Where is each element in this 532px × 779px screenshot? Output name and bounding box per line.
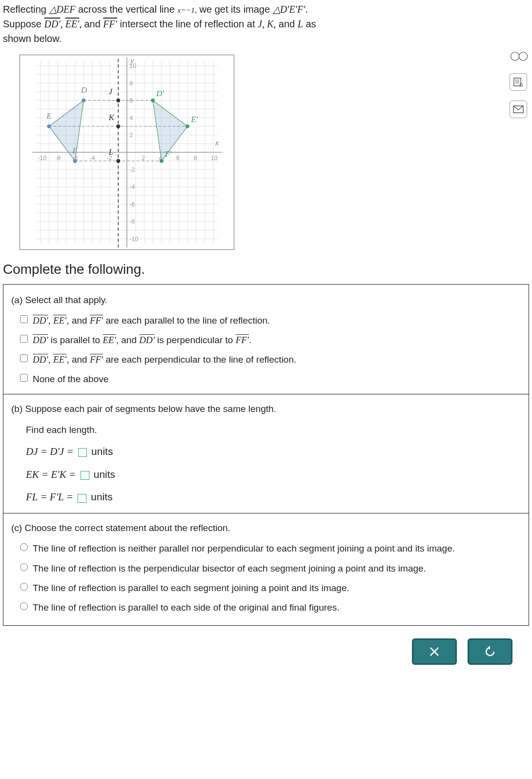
svg-point-68 (116, 99, 120, 102)
svg-text:-2: -2 (129, 166, 135, 173)
complete-heading: Complete the following. (0, 259, 532, 284)
svg-text:D': D' (156, 89, 164, 98)
svg-text:6: 6 (176, 155, 180, 162)
svg-text:-10: -10 (38, 155, 46, 162)
svg-text:-10: -10 (129, 236, 138, 243)
svg-text:-2: -2 (107, 155, 112, 162)
coordinate-graph: DEFD'E'F'JKL-10-10-8-8-6-6-4-4-2-2224466… (20, 55, 234, 250)
svg-text:E': E' (190, 115, 198, 124)
part-a-option-1[interactable]: DD', EE', and FF' are each parallel to t… (20, 312, 521, 329)
svg-text:-8: -8 (55, 155, 61, 162)
svg-text:2: 2 (129, 132, 133, 139)
eq-dj: DJ = D'J = units (26, 442, 521, 462)
part-a-label: (a) Select all that apply. (11, 291, 521, 309)
svg-text:K: K (108, 113, 115, 122)
svg-text:-4: -4 (129, 184, 135, 190)
svg-text:D: D (81, 85, 87, 95)
close-button[interactable] (412, 638, 457, 665)
svg-point-56 (82, 99, 85, 102)
part-c-option-4[interactable]: The line of reflection is parallel to ea… (20, 599, 521, 616)
svg-point-62 (151, 99, 155, 102)
eq-fl: FL = F'L = units (26, 487, 521, 507)
svg-point-4 (520, 83, 523, 86)
glasses-icon[interactable]: ◯◯ (510, 47, 527, 64)
svg-text:E: E (46, 111, 52, 121)
question-box: (a) Select all that apply. DD', EE', and… (3, 284, 529, 626)
mail-icon[interactable] (510, 101, 527, 118)
svg-text:4: 4 (159, 155, 163, 162)
svg-text:-8: -8 (129, 218, 135, 225)
input-ek[interactable] (81, 471, 89, 480)
svg-text:10: 10 (211, 155, 218, 162)
svg-text:F: F (72, 146, 78, 155)
svg-text:8: 8 (129, 80, 133, 87)
part-a-option-2[interactable]: DD' is parallel to EE', and DD' is perpe… (20, 331, 521, 349)
svg-point-70 (116, 124, 120, 128)
svg-text:4: 4 (129, 115, 133, 122)
svg-point-58 (47, 124, 51, 128)
svg-text:-4: -4 (90, 155, 95, 162)
part-a-option-3[interactable]: DD', EE', and FF' are each perpendicular… (20, 351, 521, 369)
svg-point-64 (185, 124, 189, 128)
part-c-option-1[interactable]: The line of reflection is neither parall… (20, 540, 521, 557)
svg-point-72 (116, 159, 120, 163)
whiteboard-icon[interactable] (510, 73, 527, 91)
reset-button[interactable] (468, 638, 512, 665)
part-a-option-4[interactable]: None of the above (20, 370, 521, 388)
svg-text:x: x (215, 138, 219, 147)
problem-statement: Reflecting △DEF across the vertical line… (0, 0, 532, 51)
part-b-label: (b) Suppose each pair of segments below … (11, 400, 521, 418)
eq-ek: EK = E'K = units (26, 465, 521, 485)
svg-text:6: 6 (129, 97, 133, 104)
input-dj[interactable] (78, 448, 87, 457)
svg-text:8: 8 (194, 155, 197, 162)
part-c-label: (c) Choose the correct statement about t… (11, 519, 521, 537)
svg-text:-6: -6 (129, 201, 135, 208)
svg-text:2: 2 (142, 155, 145, 162)
part-b-sub: Find each length. (26, 421, 521, 439)
svg-text:F': F' (164, 149, 172, 159)
part-c-option-2[interactable]: The line of reflection is the perpendicu… (20, 560, 521, 577)
part-c-option-3[interactable]: The line of reflection is parallel to ea… (20, 579, 521, 597)
svg-text:-6: -6 (72, 155, 78, 162)
input-fl[interactable] (78, 494, 86, 503)
svg-text:y: y (129, 57, 134, 65)
